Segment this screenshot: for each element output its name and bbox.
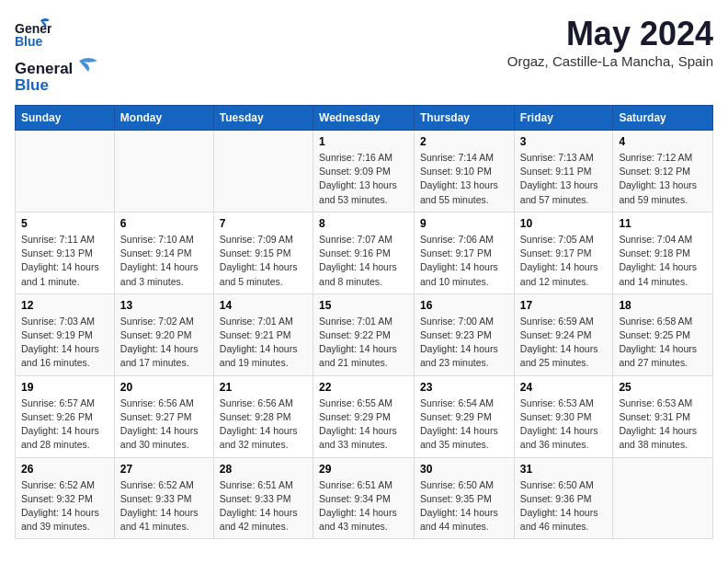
- day-info: Sunrise: 6:53 AM Sunset: 9:30 PM Dayligh…: [520, 396, 608, 453]
- calendar-cell: [16, 131, 115, 213]
- calendar-week-row: 26Sunrise: 6:52 AM Sunset: 9:32 PM Dayli…: [16, 457, 713, 539]
- calendar-cell: 5Sunrise: 7:11 AM Sunset: 9:13 PM Daylig…: [16, 212, 115, 293]
- weekday-header: Tuesday: [213, 106, 313, 131]
- svg-text:Blue: Blue: [15, 76, 49, 94]
- day-number: 23: [420, 381, 508, 394]
- calendar-cell: 1Sunrise: 7:16 AM Sunset: 9:09 PM Daylig…: [313, 131, 415, 213]
- calendar-cell: 26Sunrise: 6:52 AM Sunset: 9:32 PM Dayli…: [16, 457, 115, 539]
- day-number: 18: [619, 299, 707, 312]
- calendar-cell: 4Sunrise: 7:12 AM Sunset: 9:12 PM Daylig…: [613, 131, 713, 213]
- day-number: 11: [619, 217, 707, 230]
- day-number: 16: [420, 299, 508, 312]
- calendar-header-row: SundayMondayTuesdayWednesdayThursdayFrid…: [16, 106, 713, 131]
- logo: General Blue General Blue: [15, 15, 116, 94]
- day-info: Sunrise: 6:53 AM Sunset: 9:31 PM Dayligh…: [619, 396, 707, 453]
- day-number: 20: [120, 381, 208, 394]
- calendar-cell: 19Sunrise: 6:57 AM Sunset: 9:26 PM Dayli…: [16, 375, 115, 457]
- weekday-header: Monday: [114, 106, 213, 131]
- day-number: 1: [319, 135, 408, 148]
- calendar-week-row: 1Sunrise: 7:16 AM Sunset: 9:09 PM Daylig…: [16, 131, 713, 213]
- day-info: Sunrise: 7:12 AM Sunset: 9:12 PM Dayligh…: [619, 151, 707, 207]
- calendar-cell: 16Sunrise: 7:00 AM Sunset: 9:23 PM Dayli…: [415, 293, 515, 375]
- day-number: 22: [319, 381, 408, 394]
- calendar-cell: 3Sunrise: 7:13 AM Sunset: 9:11 PM Daylig…: [514, 131, 613, 213]
- day-number: 8: [319, 217, 408, 230]
- day-number: 30: [420, 463, 508, 476]
- month-title: May 2024: [507, 15, 713, 53]
- weekday-header: Saturday: [613, 106, 713, 131]
- logo-svg: General Blue: [15, 53, 116, 94]
- calendar-cell: 30Sunrise: 6:50 AM Sunset: 9:35 PM Dayli…: [415, 457, 515, 539]
- page-header: General Blue General Blue May 2024 Orgaz…: [15, 15, 713, 94]
- day-number: 27: [120, 463, 208, 476]
- day-number: 4: [619, 135, 707, 148]
- logo-icon: General Blue: [15, 15, 51, 52]
- calendar-cell: 22Sunrise: 6:55 AM Sunset: 9:29 PM Dayli…: [313, 375, 415, 457]
- day-number: 14: [220, 299, 307, 312]
- calendar-cell: 14Sunrise: 7:01 AM Sunset: 9:21 PM Dayli…: [213, 293, 313, 375]
- day-info: Sunrise: 7:04 AM Sunset: 9:18 PM Dayligh…: [619, 233, 707, 289]
- calendar-cell: 25Sunrise: 6:53 AM Sunset: 9:31 PM Dayli…: [613, 375, 713, 457]
- calendar-cell: [213, 131, 313, 213]
- calendar-cell: 7Sunrise: 7:09 AM Sunset: 9:15 PM Daylig…: [213, 212, 313, 293]
- calendar-cell: 11Sunrise: 7:04 AM Sunset: 9:18 PM Dayli…: [613, 212, 713, 293]
- calendar-cell: 31Sunrise: 6:50 AM Sunset: 9:36 PM Dayli…: [514, 457, 613, 539]
- day-info: Sunrise: 6:59 AM Sunset: 9:24 PM Dayligh…: [520, 315, 608, 371]
- day-number: 28: [220, 463, 307, 476]
- day-number: 13: [120, 299, 208, 312]
- day-info: Sunrise: 7:14 AM Sunset: 9:10 PM Dayligh…: [420, 151, 508, 207]
- day-info: Sunrise: 6:58 AM Sunset: 9:25 PM Dayligh…: [619, 315, 707, 371]
- day-info: Sunrise: 6:51 AM Sunset: 9:33 PM Dayligh…: [220, 478, 307, 534]
- day-info: Sunrise: 6:50 AM Sunset: 9:36 PM Dayligh…: [520, 478, 608, 534]
- calendar-cell: 24Sunrise: 6:53 AM Sunset: 9:30 PM Dayli…: [514, 375, 613, 457]
- day-info: Sunrise: 7:01 AM Sunset: 9:22 PM Dayligh…: [319, 315, 408, 371]
- day-info: Sunrise: 7:10 AM Sunset: 9:14 PM Dayligh…: [120, 233, 208, 289]
- day-number: 2: [420, 135, 508, 148]
- calendar-cell: 2Sunrise: 7:14 AM Sunset: 9:10 PM Daylig…: [415, 131, 515, 213]
- calendar-cell: 27Sunrise: 6:52 AM Sunset: 9:33 PM Dayli…: [114, 457, 213, 539]
- calendar-cell: [114, 131, 213, 213]
- day-info: Sunrise: 6:55 AM Sunset: 9:29 PM Dayligh…: [319, 396, 408, 453]
- day-info: Sunrise: 7:02 AM Sunset: 9:20 PM Dayligh…: [120, 315, 208, 371]
- calendar-cell: 23Sunrise: 6:54 AM Sunset: 9:29 PM Dayli…: [415, 375, 515, 457]
- day-info: Sunrise: 7:03 AM Sunset: 9:19 PM Dayligh…: [21, 315, 108, 371]
- weekday-header: Wednesday: [313, 106, 415, 131]
- day-number: 10: [520, 217, 608, 230]
- day-number: 19: [21, 381, 108, 394]
- calendar-cell: 18Sunrise: 6:58 AM Sunset: 9:25 PM Dayli…: [613, 293, 713, 375]
- day-info: Sunrise: 7:00 AM Sunset: 9:23 PM Dayligh…: [420, 315, 508, 371]
- day-info: Sunrise: 7:13 AM Sunset: 9:11 PM Dayligh…: [520, 151, 608, 207]
- calendar-cell: 6Sunrise: 7:10 AM Sunset: 9:14 PM Daylig…: [114, 212, 213, 293]
- day-info: Sunrise: 7:11 AM Sunset: 9:13 PM Dayligh…: [21, 233, 108, 289]
- calendar-cell: 15Sunrise: 7:01 AM Sunset: 9:22 PM Dayli…: [313, 293, 415, 375]
- day-info: Sunrise: 7:01 AM Sunset: 9:21 PM Dayligh…: [220, 315, 307, 371]
- day-info: Sunrise: 6:56 AM Sunset: 9:28 PM Dayligh…: [220, 396, 307, 453]
- day-info: Sunrise: 6:50 AM Sunset: 9:35 PM Dayligh…: [420, 478, 508, 534]
- calendar-body: 1Sunrise: 7:16 AM Sunset: 9:09 PM Daylig…: [16, 131, 713, 539]
- calendar-week-row: 5Sunrise: 7:11 AM Sunset: 9:13 PM Daylig…: [16, 212, 713, 293]
- day-number: 9: [420, 217, 508, 230]
- day-number: 24: [520, 381, 608, 394]
- day-number: 15: [319, 299, 408, 312]
- location-subtitle: Orgaz, Castille-La Mancha, Spain: [507, 53, 713, 69]
- calendar-cell: 20Sunrise: 6:56 AM Sunset: 9:27 PM Dayli…: [114, 375, 213, 457]
- calendar-cell: 29Sunrise: 6:51 AM Sunset: 9:34 PM Dayli…: [313, 457, 415, 539]
- day-number: 21: [220, 381, 307, 394]
- day-number: 17: [520, 299, 608, 312]
- day-info: Sunrise: 7:05 AM Sunset: 9:17 PM Dayligh…: [520, 233, 608, 289]
- day-number: 12: [21, 299, 108, 312]
- day-info: Sunrise: 6:51 AM Sunset: 9:34 PM Dayligh…: [319, 478, 408, 534]
- calendar-cell: 12Sunrise: 7:03 AM Sunset: 9:19 PM Dayli…: [16, 293, 115, 375]
- svg-text:Blue: Blue: [15, 34, 43, 49]
- day-number: 26: [21, 463, 108, 476]
- calendar-table: SundayMondayTuesdayWednesdayThursdayFrid…: [15, 105, 713, 539]
- title-block: May 2024 Orgaz, Castille-La Mancha, Spai…: [507, 15, 713, 69]
- day-number: 31: [520, 463, 608, 476]
- calendar-cell: 28Sunrise: 6:51 AM Sunset: 9:33 PM Dayli…: [213, 457, 313, 539]
- calendar-cell: [613, 457, 713, 539]
- day-number: 7: [220, 217, 307, 230]
- svg-text:General: General: [15, 60, 73, 77]
- day-info: Sunrise: 7:07 AM Sunset: 9:16 PM Dayligh…: [319, 233, 408, 289]
- calendar-cell: 9Sunrise: 7:06 AM Sunset: 9:17 PM Daylig…: [415, 212, 515, 293]
- calendar-cell: 17Sunrise: 6:59 AM Sunset: 9:24 PM Dayli…: [514, 293, 613, 375]
